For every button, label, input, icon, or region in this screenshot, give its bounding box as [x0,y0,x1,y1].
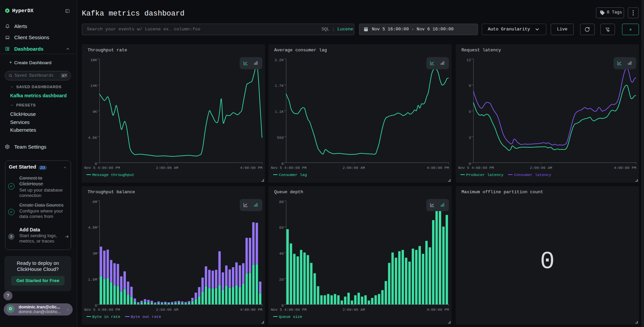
svg-text:1.5M: 1.5M [88,278,97,282]
svg-text:4:00:00 PM: 4:00:00 PM [427,308,449,312]
svg-text:12: 12 [467,58,471,62]
svg-text:4:00:00 PM: 4:00:00 PM [240,308,262,312]
svg-text:60: 60 [279,226,284,230]
svg-text:Nov 5 4:00:00 PM: Nov 5 4:00:00 PM [271,308,307,312]
svg-text:0: 0 [95,162,97,166]
svg-text:0: 0 [281,304,284,308]
svg-text:2:00:00 AM: 2:00:00 AM [156,166,178,170]
svg-text:2:00:00 AM: 2:00:00 AM [530,166,552,170]
svg-text:3M: 3M [93,252,97,256]
svg-text:2.2K: 2.2K [275,58,284,62]
svg-text:40: 40 [279,252,284,256]
svg-text:1.1K: 1.1K [275,110,284,114]
svg-text:2:00:00 AM: 2:00:00 AM [342,166,365,170]
svg-text:4:00:00 PM: 4:00:00 PM [240,166,262,170]
svg-text:2:00:00 AM: 2:00:00 AM [156,308,178,312]
svg-text:0: 0 [281,162,284,166]
svg-text:14K: 14K [90,84,97,88]
svg-text:0: 0 [95,304,97,308]
svg-text:4:00:00 PM: 4:00:00 PM [614,166,636,170]
svg-text:6: 6 [469,110,471,114]
svg-text:3: 3 [469,136,471,140]
svg-text:Nov 5 4:00:00 PM: Nov 5 4:00:00 PM [84,166,120,170]
svg-text:550: 550 [277,136,284,140]
svg-text:4.5M: 4.5M [88,226,97,230]
svg-text:1.7K: 1.7K [275,84,284,88]
svg-text:2:00:00 AM: 2:00:00 AM [342,308,365,312]
svg-text:Nov 5 4:00:00 PM: Nov 5 4:00:00 PM [84,308,120,312]
svg-text:0: 0 [469,162,471,166]
svg-text:80: 80 [279,200,284,204]
svg-text:Nov 5 4:00:00 PM: Nov 5 4:00:00 PM [458,166,494,170]
svg-text:9K: 9K [93,110,97,114]
svg-text:20: 20 [279,278,284,282]
svg-text:6M: 6M [93,200,97,204]
svg-text:9: 9 [469,84,471,88]
svg-text:18K: 18K [90,58,97,62]
svg-text:4:00:00 PM: 4:00:00 PM [427,166,449,170]
svg-text:Nov 5 4:00:00 PM: Nov 5 4:00:00 PM [271,166,307,170]
svg-text:4.5K: 4.5K [88,136,97,140]
